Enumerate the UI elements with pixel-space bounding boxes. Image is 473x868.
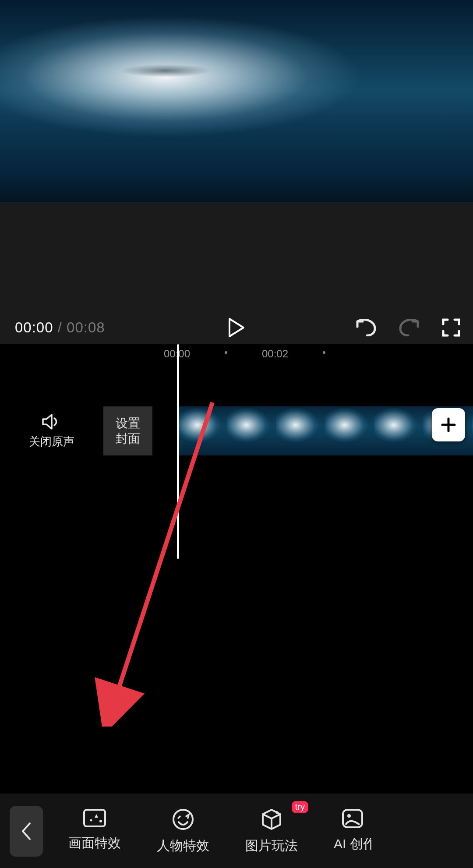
time-separator: / [53,319,67,335]
clip-thumb[interactable] [227,406,276,455]
speaker-icon [41,413,62,430]
playback-controls: 00:00 / 00:08 [0,311,473,344]
ruler-dot [225,351,227,354]
timeline-gap [0,573,473,794]
ruler-dot [323,351,325,354]
tool-screen-effect[interactable]: 画面特效 [68,807,121,855]
preview-gap [0,202,473,311]
svg-point-3 [90,819,92,821]
cube-icon [259,807,284,832]
chevron-left-icon [20,822,32,841]
fullscreen-button[interactable] [441,318,461,337]
bottom-toolbar: 画面特效 人物特效 try 图片玩法 [0,794,473,868]
screen-effect-icon [82,807,107,829]
clip-strip[interactable] [178,406,473,455]
tool-label: 画面特效 [68,834,121,852]
duration: 00:08 [67,319,105,335]
set-cover-button[interactable]: 设置 封面 [103,406,152,455]
try-badge: try [292,801,308,813]
clip-thumb[interactable] [325,406,374,455]
svg-point-5 [275,811,278,814]
undo-button[interactable] [356,319,377,336]
back-button[interactable] [10,806,43,857]
add-clip-button[interactable] [432,408,465,441]
svg-point-4 [173,810,193,829]
clip-thumb[interactable] [178,406,227,455]
tool-ai-create[interactable]: AI 创作 [334,807,371,855]
app-root: 00:00 / 00:08 00:00 00:02 [0,0,473,868]
timecode: 00:00 / 00:08 [15,319,105,336]
timeline[interactable]: 关闭原声 设置 封面 [0,363,473,573]
cover-line1: 设置 [116,416,140,431]
svg-rect-1 [84,810,105,826]
playhead[interactable] [177,344,179,559]
ai-image-icon [340,807,365,830]
redo-button[interactable] [399,319,420,336]
tool-photo-play[interactable]: try 图片玩法 [245,807,298,855]
clip-thumb[interactable] [276,406,325,455]
ruler-label: 00:02 [262,348,288,360]
play-button[interactable] [228,318,245,337]
video-preview[interactable] [0,0,473,202]
mute-original-sound[interactable]: 关闭原声 [0,413,103,449]
tool-label: AI 创作 [334,835,371,853]
tool-label: 人物特效 [157,837,209,855]
svg-point-7 [347,814,351,818]
plus-icon [440,416,457,434]
current-time: 00:00 [15,319,53,335]
clip-thumb[interactable] [374,406,423,455]
svg-point-2 [99,820,102,822]
tool-person-effect[interactable]: 人物特效 [157,807,209,855]
time-ruler[interactable]: 00:00 00:02 [0,344,473,363]
face-effect-icon [171,807,195,832]
tool-label: 图片玩法 [245,837,298,855]
cover-line2: 封面 [116,431,140,446]
mute-label: 关闭原声 [29,434,74,449]
